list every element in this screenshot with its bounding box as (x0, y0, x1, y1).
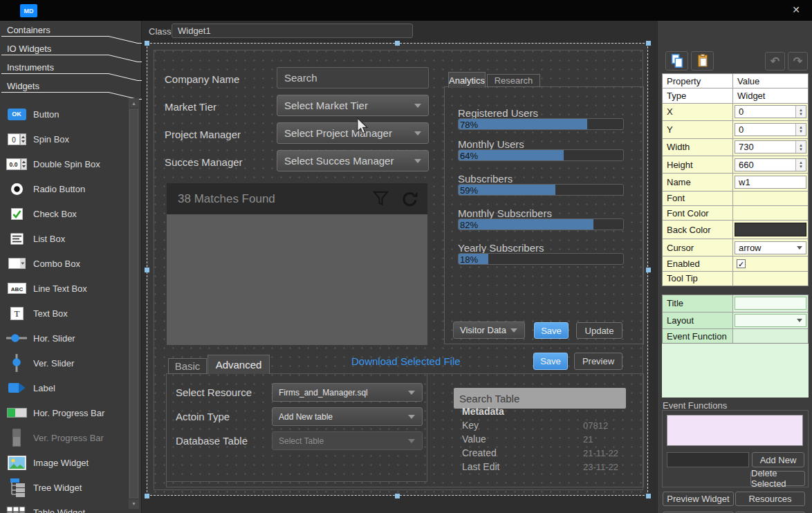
progress-percent: 64% (460, 151, 478, 161)
widget-item-line-text-box[interactable]: ABCLine Text Box (0, 276, 127, 301)
selection-handle[interactable] (145, 41, 149, 46)
widget-item-spin-box[interactable]: 0Spin Box (0, 127, 127, 151)
widget-item-table-widget[interactable]: Table Widget (0, 500, 127, 513)
sidebar-section-containers[interactable]: Containers (7, 25, 111, 37)
property-value-name[interactable]: w1 (733, 174, 808, 190)
sidebar-section-instruments[interactable]: Instruments (7, 62, 111, 75)
selection-handle[interactable] (395, 41, 400, 46)
class-name-input[interactable]: Widget1 (172, 24, 413, 38)
tab-research[interactable]: Research (487, 74, 540, 87)
spinner-arrows-icon[interactable]: ▲▼ (795, 141, 806, 153)
y-spinbox[interactable]: 0▲▼ (735, 123, 806, 136)
widget-item-combo-box[interactable]: Combo Box (0, 251, 127, 276)
widget-item-hor-slider[interactable]: Hor. Slider (0, 326, 127, 351)
progress-label-registered-users: Registered Users (458, 107, 538, 119)
event-function-name-input[interactable] (667, 452, 749, 467)
property-label-layout: Layout (663, 313, 732, 329)
spinner-arrows-icon[interactable]: ▲▼ (795, 159, 806, 171)
delete-selected-button[interactable]: Delete Selected (750, 471, 805, 486)
resources-button[interactable]: Resources (735, 492, 805, 506)
selection-handle[interactable] (145, 494, 149, 498)
height-spinbox[interactable]: 660▲▼ (735, 158, 806, 171)
property-value-title[interactable] (733, 295, 808, 312)
property-value-enabled[interactable]: ✓ (733, 256, 808, 270)
widget-item-label: Tree Widget (33, 483, 82, 493)
paste-button[interactable] (691, 51, 714, 71)
download-selected-file-link[interactable]: Download Selected File (351, 355, 461, 367)
sidebar-scrollbar[interactable]: ▲ ▼ (129, 98, 139, 509)
sidebar-section-io-widgets[interactable]: IO Widgets (7, 44, 111, 56)
back-color-swatch[interactable] (735, 223, 806, 236)
tab-advanced[interactable]: Advanced (207, 355, 270, 374)
undo-icon[interactable]: ↶ (765, 52, 785, 71)
project-manager-select[interactable]: Select Project Manager (277, 122, 429, 144)
widget-item-tree-widget[interactable]: Tree Widget (0, 475, 127, 500)
succes-manager-select[interactable]: Select Succes Manager (277, 150, 429, 171)
company-name-input[interactable]: Search (277, 67, 429, 88)
property-value-layout[interactable] (733, 313, 808, 329)
widget-item-radio-button[interactable]: Radio Button (0, 176, 127, 201)
market-tier-select[interactable]: Select Market Tier (277, 95, 429, 116)
scrollbar-thumb[interactable] (129, 109, 138, 498)
bottom-save-button[interactable]: Save (533, 353, 568, 370)
width-spinbox[interactable]: 730▲▼ (735, 140, 806, 153)
widget-item-list-box[interactable]: List Box (0, 226, 127, 251)
update-button[interactable]: Update (576, 322, 622, 339)
combo-icon (6, 258, 28, 269)
extras-empty-area (662, 344, 809, 398)
database-table-select[interactable]: Select Table (272, 431, 423, 450)
property-value-height[interactable]: 660▲▼ (733, 156, 808, 173)
copy-button[interactable] (665, 51, 688, 71)
spinner-arrows-icon[interactable]: ▲▼ (795, 106, 806, 118)
spinner-arrows-icon[interactable]: ▲▼ (795, 124, 806, 136)
filter-icon[interactable] (370, 189, 391, 209)
progress-bar-subscribers: 59% (458, 184, 624, 196)
widget-item-double-spin-box[interactable]: 0.0Double Spin Box (0, 151, 127, 176)
combo-value: Select Table (279, 436, 324, 446)
actoin-type-select[interactable]: Add New table (272, 407, 423, 426)
selection-handle[interactable] (646, 41, 651, 46)
property-value-x[interactable]: 0▲▼ (733, 104, 808, 120)
redo-icon[interactable]: ↷ (788, 52, 808, 71)
layout-select[interactable] (735, 314, 806, 327)
refresh-icon[interactable] (399, 189, 420, 209)
title-input[interactable] (735, 297, 806, 310)
name-input[interactable]: w1 (735, 176, 806, 189)
selection-handle[interactable] (646, 268, 651, 272)
selection-handle[interactable] (395, 494, 400, 498)
widget-item-check-box[interactable]: Check Box (0, 201, 127, 226)
enabled-checkbox[interactable]: ✓ (737, 259, 746, 268)
sidebar-section-widgets[interactable]: Widgets (7, 81, 111, 93)
visitor-data-select[interactable]: Visitor Data (453, 321, 525, 339)
tab-analytics[interactable]: Analytics (448, 72, 486, 88)
analytics-save-button[interactable]: Save (534, 322, 569, 339)
cursor-select[interactable]: arrow (735, 241, 806, 254)
tab-basic[interactable]: Basic (168, 358, 207, 374)
event-functions-list[interactable] (667, 415, 803, 446)
property-value-width[interactable]: 730▲▼ (733, 139, 808, 156)
widget-item-label[interactable]: Label (0, 375, 127, 400)
property-value-y[interactable]: 0▲▼ (733, 121, 808, 138)
matches-list[interactable] (167, 214, 427, 345)
scroll-down-button[interactable]: ▼ (129, 499, 138, 508)
widget-item-label: Ver. Progress Bar (33, 433, 104, 443)
property-value-cursor[interactable]: arrow (733, 239, 808, 256)
widget-item-hor-progress-bar[interactable]: Hor. Progress Bar (0, 400, 127, 425)
widget-item-image-widget[interactable]: Image Widget (0, 450, 127, 475)
selection-handle[interactable] (145, 268, 149, 272)
widget-item-text-box[interactable]: TText Box (0, 301, 127, 326)
svg-text:0: 0 (12, 136, 16, 143)
selection-handle[interactable] (646, 494, 651, 498)
add-new-button[interactable]: Add New (752, 452, 804, 467)
property-value-back-color[interactable] (733, 221, 808, 238)
widget-item-button[interactable]: OKButton (0, 102, 127, 127)
preview-widget-button[interactable]: Preview Widget (663, 492, 734, 506)
preview-button[interactable]: Preview (574, 353, 622, 370)
scroll-up-button[interactable]: ▲ (129, 99, 138, 108)
widget-item-label: Ver. Slider (33, 358, 74, 369)
x-spinbox[interactable]: 0▲▼ (735, 105, 806, 118)
widget-item-ver-progress-bar[interactable]: Ver. Progress Bar (0, 425, 127, 450)
select-resource-select[interactable]: Firms_and_Manager.sql (272, 383, 423, 402)
widget-item-ver-slider[interactable]: Ver. Slider (0, 351, 127, 375)
close-icon[interactable]: ✕ (792, 5, 800, 15)
